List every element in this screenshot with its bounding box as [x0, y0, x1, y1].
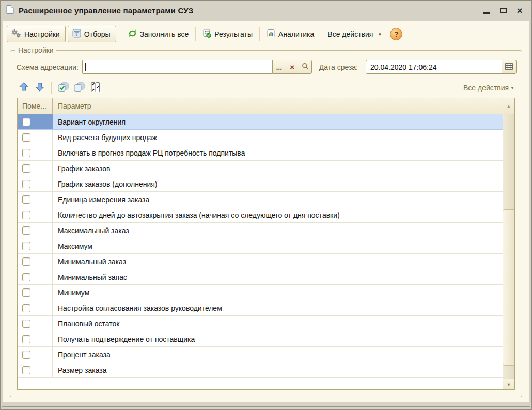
table-row[interactable]: Минимальный заказ [18, 254, 503, 269]
row-checkbox[interactable] [22, 149, 30, 157]
table-row[interactable]: Процент заказа [18, 347, 503, 362]
row-parameter-label: Настройка согласования заказов руководит… [53, 300, 503, 315]
arrow-down-icon [35, 82, 45, 94]
row-checkbox-cell[interactable] [18, 176, 53, 191]
row-parameter-label: Вид расчета будущих продаж [53, 130, 503, 145]
row-checkbox-cell[interactable] [18, 254, 53, 269]
toolbar-separator [121, 27, 121, 41]
open-button[interactable] [299, 60, 311, 73]
row-checkbox[interactable] [22, 211, 30, 219]
row-checkbox-cell[interactable] [18, 130, 53, 145]
table-row[interactable]: Настройка согласования заказов руководит… [18, 300, 503, 316]
table-main: Поме... Параметр Вариант округления Вид … [18, 98, 503, 389]
list-all-actions-dropdown[interactable]: Все действия ▼ [463, 84, 514, 92]
scrollbar-track[interactable] [503, 114, 514, 379]
row-checkbox-cell[interactable] [18, 223, 53, 238]
row-checkbox-cell[interactable] [18, 300, 53, 315]
move-down-button[interactable] [33, 82, 46, 94]
scrollbar-thumb[interactable] [503, 209, 514, 366]
row-checkbox-cell[interactable] [18, 161, 53, 176]
results-button[interactable]: Результаты [198, 26, 257, 42]
row-checkbox-cell[interactable] [18, 238, 53, 253]
analytics-button[interactable]: Аналитика [262, 26, 318, 42]
row-checkbox[interactable] [22, 226, 30, 235]
scroll-down-button[interactable]: ▼ [503, 379, 514, 389]
scroll-down-icon: ▼ [507, 382, 511, 387]
row-checkbox[interactable] [22, 366, 30, 374]
date-slice-input[interactable]: 20.04.2020 17:06:24 [366, 60, 517, 74]
row-checkbox[interactable] [22, 351, 30, 359]
text-caret [85, 63, 86, 71]
check-all-button[interactable] [56, 82, 70, 94]
table-row[interactable]: Вид расчета будущих продаж [18, 130, 503, 145]
column-header-checked[interactable]: Поме... [18, 98, 53, 114]
row-checkbox-cell[interactable] [18, 316, 53, 331]
row-checkbox-cell[interactable] [18, 145, 53, 160]
all-actions-dropdown[interactable]: Все действия ▼ [323, 27, 386, 41]
row-parameter-label: Минимальный заказ [53, 254, 503, 269]
column-header-parameter[interactable]: Параметр [53, 98, 503, 114]
arrow-up-icon [19, 82, 29, 94]
row-parameter-label: Получать подтверждение от поставщика [53, 331, 503, 346]
table-row[interactable]: График заказов [18, 161, 503, 176]
row-checkbox-cell[interactable] [18, 269, 53, 284]
row-checkbox-cell[interactable] [18, 331, 53, 346]
invert-check-button[interactable] [88, 82, 102, 94]
uncheck-all-button[interactable] [72, 82, 86, 94]
gears-icon [11, 29, 21, 39]
calendar-button[interactable] [502, 60, 516, 73]
table-row[interactable]: Включать в прогноз продаж РЦ потребность… [18, 145, 503, 161]
address-scheme-input[interactable] [82, 60, 272, 74]
scroll-up-button[interactable]: ▲ [503, 98, 514, 114]
analytics-icon [267, 29, 275, 39]
table-rows: Вариант округления Вид расчета будущих п… [18, 114, 503, 389]
row-checkbox-cell[interactable] [18, 114, 53, 129]
settings-button[interactable]: Настройки [7, 26, 66, 42]
row-checkbox-cell[interactable] [18, 347, 53, 362]
table-row[interactable]: Максимум [18, 238, 503, 254]
row-checkbox[interactable] [22, 273, 30, 281]
table-row[interactable]: Плановый остаток [18, 316, 503, 331]
row-checkbox[interactable] [22, 320, 30, 328]
row-checkbox[interactable] [22, 133, 30, 142]
filters-button[interactable]: Отборы [68, 26, 116, 42]
settings-button-label: Настройки [24, 30, 60, 38]
table-row[interactable]: Минимальный запас [18, 269, 503, 285]
row-checkbox[interactable] [22, 257, 30, 266]
magnifier-icon [302, 63, 309, 71]
choose-button[interactable]: ... [273, 60, 286, 73]
settings-field-row: Схема адресации: ... × [10, 51, 522, 76]
row-checkbox[interactable] [22, 288, 30, 297]
row-checkbox-cell[interactable] [18, 285, 53, 300]
row-checkbox[interactable] [22, 180, 30, 188]
close-button[interactable]: × [514, 5, 525, 16]
toolbar-separator [259, 27, 260, 41]
window-title: Расширенное управление параметрами СУЗ [19, 6, 477, 15]
row-checkbox[interactable] [22, 242, 30, 250]
clear-button[interactable]: × [286, 60, 299, 73]
row-checkbox[interactable] [22, 304, 30, 312]
table-row[interactable]: Количество дней до автозакрытия заказа (… [18, 207, 503, 223]
table-row[interactable]: Максимальный заказ [18, 223, 503, 238]
calendar-icon [505, 63, 513, 72]
row-checkbox-cell[interactable] [18, 207, 53, 222]
table-row[interactable]: Вариант округления [18, 114, 503, 130]
table-row[interactable]: График заказов (дополнения) [18, 176, 503, 192]
maximize-button[interactable] [497, 5, 509, 16]
vertical-scrollbar[interactable]: ▲ ▼ [503, 98, 514, 389]
table-row[interactable]: Минимум [18, 285, 503, 300]
titlebar[interactable]: Расширенное управление параметрами СУЗ × [1, 1, 531, 20]
row-checkbox[interactable] [22, 195, 30, 204]
minimize-button[interactable] [481, 5, 492, 16]
move-up-button[interactable] [17, 82, 30, 94]
row-checkbox-cell[interactable] [18, 362, 53, 377]
table-row[interactable]: Получать подтверждение от поставщика [18, 331, 503, 347]
row-checkbox[interactable] [22, 164, 30, 173]
row-checkbox[interactable] [22, 118, 30, 126]
row-checkbox-cell[interactable] [18, 192, 53, 207]
help-button[interactable]: ? [390, 28, 402, 40]
table-row[interactable]: Размер заказа [18, 362, 503, 378]
fill-all-button[interactable]: Заполнить все [124, 26, 193, 42]
row-checkbox[interactable] [22, 335, 30, 343]
table-row[interactable]: Единица измерения заказа [18, 192, 503, 207]
